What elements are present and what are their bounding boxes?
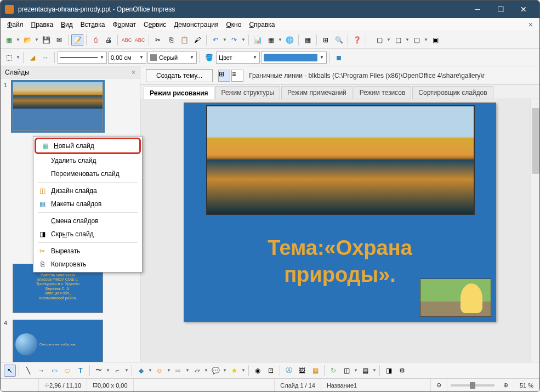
save-icon[interactable]: 💾 <box>40 34 52 46</box>
slide-canvas[interactable]: Тема:«Охрана природы». <box>140 99 539 362</box>
minimize-button[interactable]: ─ <box>466 2 489 17</box>
rotate-icon[interactable]: ↻ <box>327 365 339 377</box>
shapes-icon[interactable]: ◆ <box>135 365 147 377</box>
stars-icon[interactable]: ★ <box>228 365 240 377</box>
maximize-button[interactable]: ☐ <box>489 2 512 17</box>
present-icon[interactable]: ▣ <box>429 34 441 46</box>
zoom-icon[interactable]: 🔍 <box>333 34 345 46</box>
new-icon[interactable]: ▦ <box>3 34 15 46</box>
toolbar-drawing: ↖ ╲ → ▭ ⬭ T 〜▼ ⌐▼ ◆▼ ☺▼ ⇨▼ ▱▼ 💬▼ ★▼ ◉ ⊡ … <box>1 362 539 378</box>
ctx-hide-slide[interactable]: ◨ Скрыть слайд <box>33 228 142 241</box>
from-file-icon[interactable]: 🖼 <box>296 365 308 377</box>
connector-icon[interactable]: ⌐ <box>111 365 123 377</box>
rect-icon[interactable]: ▭ <box>48 365 60 377</box>
print-icon[interactable]: 🖨 <box>103 34 115 46</box>
menu-file[interactable]: Файл <box>4 20 27 30</box>
design-icon[interactable]: ▢ <box>392 34 404 46</box>
pdf-icon[interactable]: ⎙ <box>89 34 101 46</box>
chart-icon[interactable]: 📊 <box>252 34 264 46</box>
spellcheck-icon[interactable]: ABC <box>121 34 133 46</box>
ctx-slide-layouts[interactable]: ▦ Макеты слайдов <box>33 197 142 211</box>
slides-panel-close-icon[interactable]: × <box>132 69 135 76</box>
fill-bucket-icon[interactable]: 🪣 <box>203 52 215 64</box>
close-button[interactable]: ✕ <box>512 2 535 17</box>
line-end-icon[interactable]: ◢ <box>26 52 38 64</box>
table-icon[interactable]: ▦ <box>265 34 277 46</box>
menu-help[interactable]: Справка <box>246 20 278 30</box>
menubar-close-icon[interactable]: × <box>525 20 536 29</box>
slide-icon[interactable]: ▢ <box>373 34 385 46</box>
menu-edit[interactable]: Правка <box>28 20 57 30</box>
redo-icon[interactable]: ↷ <box>228 34 240 46</box>
fill-type-combo[interactable]: Цвет▼ <box>216 52 260 64</box>
arrange-icon[interactable]: ▤ <box>359 365 371 377</box>
gallery-view-list-icon[interactable]: ≡ <box>231 70 243 82</box>
tab-sorter[interactable]: Сортировщик слайдов <box>412 86 493 99</box>
ctx-delete-slide[interactable]: Удалить слайд <box>33 154 142 167</box>
edit-icon[interactable]: 📝 <box>71 34 83 46</box>
ellipse-icon[interactable]: ⬭ <box>61 365 73 377</box>
ctx-slide-transition[interactable]: Смена слайдов <box>33 214 142 228</box>
arrow-style-icon[interactable]: ⬚ <box>3 52 15 64</box>
menu-format[interactable]: Формат <box>109 20 139 30</box>
fontwork-icon[interactable]: Ⓐ <box>283 365 295 377</box>
menu-view[interactable]: Вид <box>58 20 76 30</box>
slide-thumb-4[interactable]: 4 Смотрите на глобус как <box>5 320 135 362</box>
menu-tools[interactable]: Сервис <box>140 20 169 30</box>
fill-color-combo[interactable]: ▼ <box>261 52 327 64</box>
tab-outline[interactable]: Режим структуры <box>215 86 281 99</box>
gallery-icon[interactable]: ▦ <box>309 365 321 377</box>
align-icon[interactable]: ◫ <box>340 365 353 377</box>
paste-icon[interactable]: 📋 <box>178 34 190 46</box>
create-theme-button[interactable]: Создать тему... <box>146 69 213 82</box>
interaction-icon[interactable]: ⚙ <box>396 365 408 377</box>
open-icon[interactable]: 📂 <box>21 34 33 46</box>
zoom-out-icon[interactable]: ⊖ <box>431 379 447 391</box>
tab-handout[interactable]: Режим тезисов <box>354 86 412 99</box>
copy-icon[interactable]: ⎘ <box>165 34 177 46</box>
glue-icon[interactable]: ⊡ <box>265 365 277 377</box>
line-icon[interactable]: ╲ <box>22 365 34 377</box>
line-width-combo[interactable]: 0,00 см▼ <box>108 52 146 64</box>
undo-icon[interactable]: ↶ <box>209 34 221 46</box>
callout-icon[interactable]: 💬 <box>209 365 221 377</box>
slide-thumb-1[interactable]: 1 <box>5 82 135 131</box>
flowchart-icon[interactable]: ▱ <box>191 365 203 377</box>
slideshow-icon[interactable]: ▦ <box>302 34 314 46</box>
gallery-view-grid-icon[interactable]: ⊞ <box>218 70 230 82</box>
hyperlink-icon[interactable]: 🌐 <box>283 34 295 46</box>
vertical-scrollbar[interactable] <box>531 99 539 362</box>
tab-notes[interactable]: Режим примечаний <box>281 86 353 99</box>
arrows-icon[interactable]: ⇨ <box>172 365 184 377</box>
text-icon[interactable]: T <box>75 365 87 377</box>
layout-icon[interactable]: ▢ <box>411 34 423 46</box>
tab-drawing[interactable]: Режим рисования <box>144 87 214 99</box>
autospell-icon[interactable]: ABC <box>134 34 146 46</box>
email-icon[interactable]: ✉ <box>53 34 65 46</box>
extrusion-icon[interactable]: ◨ <box>383 365 395 377</box>
shadow-icon[interactable]: ◼ <box>333 52 345 64</box>
menu-insert[interactable]: Вставка <box>77 20 109 30</box>
symbol-icon[interactable]: ☺ <box>154 365 166 377</box>
cut-icon[interactable]: ✂ <box>152 34 164 46</box>
ctx-rename-slide[interactable]: Переименовать слайд <box>33 167 142 180</box>
ctx-cut[interactable]: ✂ Вырезать <box>33 245 142 258</box>
arrow-icon[interactable]: → <box>35 365 47 377</box>
ctx-new-slide[interactable]: ▦ Новый слайд <box>35 138 141 154</box>
line-arrow-icon[interactable]: ↔ <box>39 52 52 64</box>
menu-window[interactable]: Окно <box>223 20 245 30</box>
ctx-copy[interactable]: ⎘ Копировать <box>33 258 142 271</box>
select-icon[interactable]: ↖ <box>4 365 16 377</box>
help-icon[interactable]: ❓ <box>351 34 363 46</box>
points-icon[interactable]: ◉ <box>252 365 264 377</box>
curve-icon[interactable]: 〜 <box>93 365 105 377</box>
current-slide[interactable]: Тема:«Охрана природы». <box>184 103 496 322</box>
zoom-in-icon[interactable]: ⊕ <box>498 379 514 391</box>
ctx-slide-design[interactable]: ◫ Дизайн слайда <box>33 184 142 197</box>
line-color-combo[interactable]: Серый▼ <box>147 52 197 64</box>
zoom-slider[interactable] <box>451 384 494 387</box>
line-style-combo[interactable]: ▼ <box>58 52 107 64</box>
brush-icon[interactable]: 🖌 <box>191 34 203 46</box>
menu-slideshow[interactable]: Демонстрация <box>170 20 221 30</box>
navigator-icon[interactable]: ⊞ <box>320 34 332 46</box>
